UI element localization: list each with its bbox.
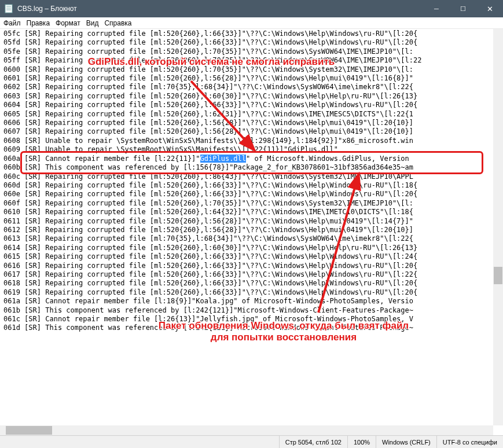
menu-view[interactable]: Вид xyxy=(86,19,99,27)
selected-text: GdiPlus.dll xyxy=(200,155,246,163)
log-line: 0600 [SR] Repairing corrupted file [ml:5… xyxy=(3,65,500,74)
log-line: 0615 [SR] Repairing corrupted file [ml:5… xyxy=(3,252,500,261)
status-position: Стр 5054, стлб 102 xyxy=(279,436,347,448)
scroll-thumb-h[interactable] xyxy=(6,426,52,435)
log-line: 060a [SR] Cannot repair member file [l:2… xyxy=(3,155,500,163)
menubar: Файл Правка Формат Вид Справка xyxy=(0,17,503,29)
close-button[interactable]: ✕ xyxy=(476,0,503,17)
log-line: 061a [SR] Cannot repair member file [l:1… xyxy=(3,297,500,306)
log-line: 0602 [SR] Repairing corrupted file [ml:7… xyxy=(3,83,500,91)
scroll-thumb-v[interactable] xyxy=(494,267,502,284)
svg-rect-0 xyxy=(5,5,12,13)
log-line: 0614 [SR] Repairing corrupted file [ml:5… xyxy=(3,244,500,252)
log-line: 0610 [SR] Repairing corrupted file [ml:5… xyxy=(3,208,500,216)
log-line: 0617 [SR] Repairing corrupted file [ml:5… xyxy=(3,270,500,279)
log-line: 05fc [SR] Repairing corrupted file [ml:5… xyxy=(3,30,500,38)
status-zoom: 100% xyxy=(347,436,376,448)
status-eol: Windows (CRLF) xyxy=(376,436,436,448)
log-line: 0611 [SR] Repairing corrupted file [ml:5… xyxy=(3,217,500,226)
log-line: 060b [SR] This component was referenced … xyxy=(3,163,500,172)
log-line: 05fe [SR] Repairing corrupted file [ml:5… xyxy=(3,47,500,56)
menu-edit[interactable]: Правка xyxy=(27,19,50,27)
horizontal-scrollbar[interactable] xyxy=(0,425,493,435)
log-line: 0607 [SR] Repairing corrupted file [ml:5… xyxy=(3,127,500,136)
log-line: 060f [SR] Repairing corrupted file [ml:5… xyxy=(3,199,500,208)
log-line: 0601 [SR] Repairing corrupted file [ml:5… xyxy=(3,74,500,83)
log-line: 0619 [SR] Repairing corrupted file [ml:5… xyxy=(3,288,500,297)
log-line: 0618 [SR] Repairing corrupted file [ml:5… xyxy=(3,279,500,288)
window-title: CBS.log – Блокнот xyxy=(17,5,423,13)
log-line: 060e [SR] Repairing corrupted file [ml:5… xyxy=(3,190,500,199)
log-line: 0612 [SR] Repairing corrupted file [ml:5… xyxy=(3,226,500,234)
log-line: 0603 [SR] Repairing corrupted file [ml:5… xyxy=(3,92,500,101)
log-line: 061b [SR] This component was referenced … xyxy=(3,306,500,315)
log-line: 0609 [SR] Unable to repair \SystemRoot\W… xyxy=(3,145,500,154)
menu-format[interactable]: Формат xyxy=(56,19,80,27)
log-line: 0613 [SR] Repairing corrupted file [ml:7… xyxy=(3,234,500,243)
text-area[interactable]: 05fc [SR] Repairing corrupted file [ml:5… xyxy=(0,29,503,435)
status-encoding: UTF-8 со специфи xyxy=(436,436,503,448)
menu-help[interactable]: Справка xyxy=(104,19,131,27)
app-icon xyxy=(0,4,17,13)
minimize-button[interactable]: ─ xyxy=(423,0,450,17)
maximize-button[interactable]: ☐ xyxy=(450,0,476,17)
log-line: 0608 [SR] Unable to repair \SystemRoot\W… xyxy=(3,137,500,145)
vertical-scrollbar[interactable] xyxy=(493,29,503,425)
titlebar: CBS.log – Блокнот ─ ☐ ✕ xyxy=(0,0,503,17)
log-line: 061c [SR] Cannot repair member file [l:2… xyxy=(3,315,500,324)
log-line: 0605 [SR] Repairing corrupted file [ml:5… xyxy=(3,110,500,119)
log-line: 060c [SR] Repairing corrupted file [ml:5… xyxy=(3,172,500,181)
log-line: 0606 [SR] Repairing corrupted file [ml:5… xyxy=(3,119,500,127)
log-line: 060d [SR] Repairing corrupted file [ml:5… xyxy=(3,181,500,190)
log-line: 05ff [SR] Repairing corrupted file [ml:5… xyxy=(3,56,500,65)
log-line: 0604 [SR] Repairing corrupted file [ml:5… xyxy=(3,101,500,109)
log-line: 05fd [SR] Repairing corrupted file [ml:5… xyxy=(3,38,500,47)
statusbar: Стр 5054, стлб 102 100% Windows (CRLF) U… xyxy=(0,435,503,448)
menu-file[interactable]: Файл xyxy=(3,19,21,27)
log-line: 0616 [SR] Repairing corrupted file [ml:5… xyxy=(3,262,500,270)
log-line: 061d [SR] This component was referenced … xyxy=(3,324,500,332)
